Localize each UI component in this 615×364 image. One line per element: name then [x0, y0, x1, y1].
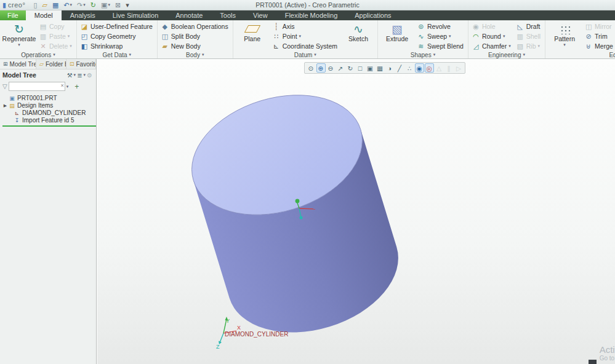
dropdown-caret-icon: ▾: [83, 2, 86, 7]
window-switch-button[interactable]: ▣▾: [99, 1, 112, 9]
copy-icon: ▤: [39, 23, 47, 31]
tab-model[interactable]: Model: [26, 10, 62, 20]
customize-quick-access-icon: ▾: [126, 1, 129, 9]
shrinkwrap-icon: ◧: [80, 42, 89, 50]
annotation-display-button[interactable]: ∴: [405, 63, 414, 73]
point-button[interactable]: ∷Point▾: [271, 31, 340, 41]
tab-annotate[interactable]: Annotate: [167, 10, 211, 20]
copy-button[interactable]: ▤Copy: [38, 22, 74, 31]
boolean-operations-button[interactable]: ◆Boolean Operations: [159, 22, 231, 31]
new-file-button[interactable]: ▯: [31, 1, 39, 9]
tree-tools-button[interactable]: ⚒: [66, 72, 74, 79]
coordinate-system-button[interactable]: ⊾Coordinate System: [271, 41, 340, 51]
tree-item-csys[interactable]: ⊾DIAMOND_CYLINDER: [2, 109, 96, 116]
close-window-button[interactable]: ⊠: [113, 1, 123, 9]
trim-button[interactable]: ⊘Trim: [583, 31, 615, 41]
user-defined-feature-button[interactable]: ◪User-Defined Feature: [79, 22, 155, 31]
group-label-editing[interactable]: Editing▾: [547, 51, 615, 58]
group-label-body[interactable]: Body▾: [159, 51, 231, 58]
open-file-button[interactable]: ▱: [40, 1, 49, 9]
paste-button[interactable]: ▥Paste▾: [38, 31, 74, 41]
revolve-button[interactable]: ⊚Revolve: [416, 22, 466, 31]
tab-file[interactable]: File: [0, 10, 26, 20]
swept-blend-button[interactable]: ≋Swept Blend: [416, 41, 466, 51]
saved-orientations-button[interactable]: ▣: [366, 63, 375, 73]
tree-item-part[interactable]: ▣PRT0001.PRT: [2, 95, 96, 101]
merge-button[interactable]: ⊎Merge: [583, 41, 615, 51]
new-body-button[interactable]: ▰New Body: [159, 41, 231, 51]
tab-flexible-modeling[interactable]: Flexible Modeling: [276, 10, 347, 20]
delete-button[interactable]: ✕Delete▾: [38, 41, 74, 51]
extrude-button[interactable]: ▧Extrude: [380, 22, 414, 51]
mirror-button[interactable]: ◫Mirror: [583, 22, 615, 31]
shrinkwrap-button[interactable]: ◧Shrinkwrap: [79, 41, 155, 51]
axis-button[interactable]: ┆Axis: [271, 22, 340, 31]
cylinder-model[interactable]: [177, 76, 413, 352]
panel-tab-folder-browser[interactable]: ▱Folder B: [36, 59, 66, 69]
dragger-button[interactable]: ◎: [425, 63, 434, 73]
round-icon: ◠: [472, 33, 480, 41]
dropdown-caret-icon: ▾: [108, 2, 110, 7]
panel-tab-favorites[interactable]: ⊡Favorite: [66, 59, 96, 69]
group-label-get-data[interactable]: Get Data▾: [79, 51, 155, 58]
group-label-datum[interactable]: Datum▾: [235, 51, 376, 58]
pattern-button[interactable]: Pattern▾: [547, 22, 582, 51]
tab-live-simulation[interactable]: Live Simulation: [104, 10, 167, 20]
shell-button[interactable]: ▥Shell: [515, 31, 543, 41]
split-body-button[interactable]: ◫Split Body: [159, 31, 231, 41]
repaint-button[interactable]: ↻: [346, 63, 355, 73]
rib-button[interactable]: ▧Rib▾: [515, 41, 543, 51]
refit-button[interactable]: ↗: [336, 63, 345, 73]
tree-item-import-feature[interactable]: ↧Import Feature id 5: [2, 117, 96, 124]
tree-item-design-items[interactable]: ▶▤Design Items: [2, 102, 96, 109]
zoom-region-button[interactable]: ⊙: [307, 63, 316, 73]
chamfer-button[interactable]: ◿Chamfer▾: [470, 41, 513, 51]
copy-geometry-button[interactable]: ◰Copy Geometry: [79, 31, 155, 41]
split-body-icon: ◫: [161, 33, 169, 41]
regenerate-button[interactable]: ↻Regenerate▾: [2, 22, 36, 51]
expander-icon[interactable]: ▶: [2, 103, 8, 108]
tab-tools[interactable]: Tools: [211, 10, 244, 20]
panel-tab-model-tree[interactable]: ⊞Model Tree: [0, 59, 36, 69]
group-label-engineering[interactable]: Engineering▾: [470, 51, 543, 58]
sweep-button[interactable]: ∿Sweep▾: [416, 31, 466, 41]
tree-show-button[interactable]: ≣: [76, 72, 83, 79]
hole-button[interactable]: ◉Hole: [470, 22, 513, 31]
model-view[interactable]: Y Z X DIAMOND_CYLINDER: [97, 59, 615, 364]
tab-applications[interactable]: Applications: [346, 10, 400, 20]
view-manager-button[interactable]: ▦: [376, 63, 385, 73]
trim-icon: ⊘: [584, 33, 593, 41]
graphics-area[interactable]: Y Z X DIAMOND_CYLINDER ⊙⊕⊖↗↻□▣▦◑╱∴◉◎△∥▷ …: [97, 59, 615, 364]
regenerate-quick-button[interactable]: ↻: [89, 1, 98, 9]
plane-button[interactable]: Plane: [235, 22, 270, 51]
group-label-shapes[interactable]: Shapes▾: [380, 51, 466, 58]
zoom-in-button[interactable]: ⊕: [316, 63, 326, 73]
datum-display-button[interactable]: ╱: [395, 63, 404, 73]
tab-analysis[interactable]: Analysis: [62, 10, 104, 20]
filter-icon[interactable]: ▽: [2, 83, 7, 90]
customize-quick-access-button[interactable]: ▾: [124, 1, 131, 9]
add-filter-button[interactable]: +: [74, 82, 79, 91]
clear-search-icon[interactable]: ×: [60, 82, 63, 89]
draft-icon: ◺: [516, 23, 525, 31]
render-appearance-button[interactable]: ◑: [385, 63, 395, 73]
ribbon-tab-bar: FileModelAnalysisLive SimulationAnnotate…: [0, 10, 615, 20]
creo-logo-icon: ▮: [2, 1, 6, 9]
undo-button[interactable]: ↶▾: [62, 1, 74, 9]
draft-button[interactable]: ◺Draft: [515, 22, 543, 31]
plane-icon: [244, 25, 260, 33]
search-options-caret[interactable]: ▾: [66, 84, 69, 89]
sketch-button[interactable]: ∿Sketch: [341, 22, 376, 51]
tree-search-input[interactable]: [9, 82, 65, 91]
save-button[interactable]: ▦: [50, 1, 60, 9]
creo-logo: ▮ creo°: [2, 1, 25, 9]
tab-view[interactable]: View: [244, 10, 276, 20]
display-style-button[interactable]: □: [356, 63, 365, 73]
spin-center-button[interactable]: ◉: [415, 63, 424, 73]
round-button[interactable]: ◠Round▾: [470, 31, 513, 41]
redo-button[interactable]: ↷▾: [75, 1, 87, 9]
zoom-out-button[interactable]: ⊖: [326, 63, 336, 73]
save-icon: ▦: [52, 1, 58, 9]
open-file-icon: ▱: [42, 1, 47, 9]
group-label-operations[interactable]: Operations▾: [2, 51, 74, 58]
